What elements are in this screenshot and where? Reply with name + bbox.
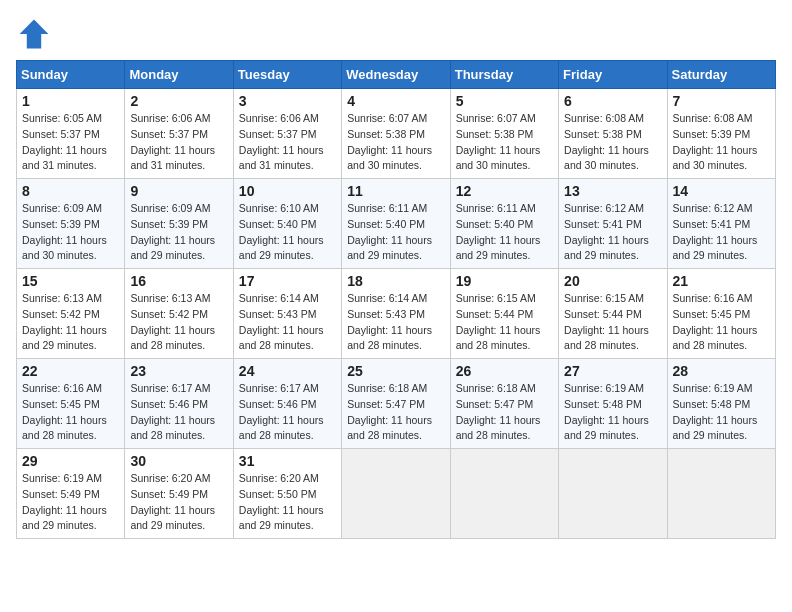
day-sunset: Sunset: 5:47 PM xyxy=(347,398,425,410)
day-sunset: Sunset: 5:41 PM xyxy=(673,218,751,230)
day-daylight: Daylight: 11 hours and 30 minutes. xyxy=(456,144,541,172)
calendar-cell: 24 Sunrise: 6:17 AM Sunset: 5:46 PM Dayl… xyxy=(233,359,341,449)
calendar-cell: 12 Sunrise: 6:11 AM Sunset: 5:40 PM Dayl… xyxy=(450,179,558,269)
calendar-cell: 20 Sunrise: 6:15 AM Sunset: 5:44 PM Dayl… xyxy=(559,269,667,359)
calendar-week-row: 22 Sunrise: 6:16 AM Sunset: 5:45 PM Dayl… xyxy=(17,359,776,449)
calendar-cell: 31 Sunrise: 6:20 AM Sunset: 5:50 PM Dayl… xyxy=(233,449,341,539)
calendar-cell: 19 Sunrise: 6:15 AM Sunset: 5:44 PM Dayl… xyxy=(450,269,558,359)
svg-marker-0 xyxy=(20,20,49,49)
day-daylight: Daylight: 11 hours and 28 minutes. xyxy=(456,414,541,442)
day-number: 8 xyxy=(22,183,119,199)
day-daylight: Daylight: 11 hours and 28 minutes. xyxy=(347,324,432,352)
page-header xyxy=(16,16,776,52)
day-sunset: Sunset: 5:38 PM xyxy=(564,128,642,140)
day-sunset: Sunset: 5:43 PM xyxy=(347,308,425,320)
day-number: 1 xyxy=(22,93,119,109)
calendar-table: SundayMondayTuesdayWednesdayThursdayFrid… xyxy=(16,60,776,539)
day-daylight: Daylight: 11 hours and 28 minutes. xyxy=(130,324,215,352)
calendar-cell: 6 Sunrise: 6:08 AM Sunset: 5:38 PM Dayli… xyxy=(559,89,667,179)
day-daylight: Daylight: 11 hours and 28 minutes. xyxy=(22,414,107,442)
day-sunset: Sunset: 5:45 PM xyxy=(673,308,751,320)
calendar-header-row: SundayMondayTuesdayWednesdayThursdayFrid… xyxy=(17,61,776,89)
weekday-header-saturday: Saturday xyxy=(667,61,775,89)
day-sunset: Sunset: 5:37 PM xyxy=(130,128,208,140)
day-number: 3 xyxy=(239,93,336,109)
day-daylight: Daylight: 11 hours and 30 minutes. xyxy=(347,144,432,172)
day-sunrise: Sunrise: 6:16 AM xyxy=(22,382,102,394)
day-sunset: Sunset: 5:49 PM xyxy=(22,488,100,500)
day-number: 23 xyxy=(130,363,227,379)
day-sunset: Sunset: 5:39 PM xyxy=(673,128,751,140)
day-daylight: Daylight: 11 hours and 29 minutes. xyxy=(130,504,215,532)
day-sunset: Sunset: 5:45 PM xyxy=(22,398,100,410)
calendar-cell: 27 Sunrise: 6:19 AM Sunset: 5:48 PM Dayl… xyxy=(559,359,667,449)
calendar-cell: 22 Sunrise: 6:16 AM Sunset: 5:45 PM Dayl… xyxy=(17,359,125,449)
day-daylight: Daylight: 11 hours and 30 minutes. xyxy=(564,144,649,172)
calendar-cell: 11 Sunrise: 6:11 AM Sunset: 5:40 PM Dayl… xyxy=(342,179,450,269)
calendar-cell: 9 Sunrise: 6:09 AM Sunset: 5:39 PM Dayli… xyxy=(125,179,233,269)
day-sunset: Sunset: 5:37 PM xyxy=(239,128,317,140)
day-sunrise: Sunrise: 6:11 AM xyxy=(456,202,536,214)
day-sunset: Sunset: 5:40 PM xyxy=(456,218,534,230)
calendar-cell: 15 Sunrise: 6:13 AM Sunset: 5:42 PM Dayl… xyxy=(17,269,125,359)
day-sunrise: Sunrise: 6:05 AM xyxy=(22,112,102,124)
day-sunset: Sunset: 5:43 PM xyxy=(239,308,317,320)
calendar-cell: 13 Sunrise: 6:12 AM Sunset: 5:41 PM Dayl… xyxy=(559,179,667,269)
day-sunrise: Sunrise: 6:13 AM xyxy=(22,292,102,304)
weekday-header-wednesday: Wednesday xyxy=(342,61,450,89)
day-number: 13 xyxy=(564,183,661,199)
day-number: 15 xyxy=(22,273,119,289)
day-sunset: Sunset: 5:44 PM xyxy=(564,308,642,320)
calendar-cell: 23 Sunrise: 6:17 AM Sunset: 5:46 PM Dayl… xyxy=(125,359,233,449)
day-daylight: Daylight: 11 hours and 28 minutes. xyxy=(673,324,758,352)
calendar-cell: 10 Sunrise: 6:10 AM Sunset: 5:40 PM Dayl… xyxy=(233,179,341,269)
day-sunrise: Sunrise: 6:12 AM xyxy=(673,202,753,214)
day-sunset: Sunset: 5:46 PM xyxy=(239,398,317,410)
day-number: 18 xyxy=(347,273,444,289)
calendar-cell: 2 Sunrise: 6:06 AM Sunset: 5:37 PM Dayli… xyxy=(125,89,233,179)
day-number: 29 xyxy=(22,453,119,469)
calendar-cell: 8 Sunrise: 6:09 AM Sunset: 5:39 PM Dayli… xyxy=(17,179,125,269)
day-number: 24 xyxy=(239,363,336,379)
day-sunrise: Sunrise: 6:06 AM xyxy=(130,112,210,124)
weekday-header-sunday: Sunday xyxy=(17,61,125,89)
day-sunrise: Sunrise: 6:18 AM xyxy=(347,382,427,394)
day-sunrise: Sunrise: 6:12 AM xyxy=(564,202,644,214)
day-daylight: Daylight: 11 hours and 30 minutes. xyxy=(673,144,758,172)
day-number: 10 xyxy=(239,183,336,199)
calendar-cell xyxy=(559,449,667,539)
day-sunrise: Sunrise: 6:19 AM xyxy=(564,382,644,394)
calendar-cell: 5 Sunrise: 6:07 AM Sunset: 5:38 PM Dayli… xyxy=(450,89,558,179)
day-daylight: Daylight: 11 hours and 31 minutes. xyxy=(22,144,107,172)
day-number: 22 xyxy=(22,363,119,379)
calendar-cell: 4 Sunrise: 6:07 AM Sunset: 5:38 PM Dayli… xyxy=(342,89,450,179)
calendar-cell xyxy=(667,449,775,539)
day-number: 25 xyxy=(347,363,444,379)
day-number: 2 xyxy=(130,93,227,109)
day-number: 12 xyxy=(456,183,553,199)
day-number: 9 xyxy=(130,183,227,199)
day-sunrise: Sunrise: 6:19 AM xyxy=(22,472,102,484)
day-sunset: Sunset: 5:50 PM xyxy=(239,488,317,500)
calendar-cell xyxy=(342,449,450,539)
day-number: 14 xyxy=(673,183,770,199)
day-number: 4 xyxy=(347,93,444,109)
calendar-cell: 18 Sunrise: 6:14 AM Sunset: 5:43 PM Dayl… xyxy=(342,269,450,359)
day-sunset: Sunset: 5:38 PM xyxy=(456,128,534,140)
calendar-cell: 21 Sunrise: 6:16 AM Sunset: 5:45 PM Dayl… xyxy=(667,269,775,359)
day-sunset: Sunset: 5:39 PM xyxy=(22,218,100,230)
day-sunset: Sunset: 5:44 PM xyxy=(456,308,534,320)
day-sunset: Sunset: 5:42 PM xyxy=(130,308,208,320)
day-number: 20 xyxy=(564,273,661,289)
day-sunrise: Sunrise: 6:07 AM xyxy=(347,112,427,124)
day-sunrise: Sunrise: 6:14 AM xyxy=(239,292,319,304)
day-sunrise: Sunrise: 6:11 AM xyxy=(347,202,427,214)
calendar-cell: 28 Sunrise: 6:19 AM Sunset: 5:48 PM Dayl… xyxy=(667,359,775,449)
day-sunrise: Sunrise: 6:08 AM xyxy=(673,112,753,124)
day-sunrise: Sunrise: 6:10 AM xyxy=(239,202,319,214)
day-sunset: Sunset: 5:47 PM xyxy=(456,398,534,410)
day-daylight: Daylight: 11 hours and 29 minutes. xyxy=(456,234,541,262)
day-daylight: Daylight: 11 hours and 31 minutes. xyxy=(239,144,324,172)
day-sunset: Sunset: 5:48 PM xyxy=(673,398,751,410)
calendar-week-row: 29 Sunrise: 6:19 AM Sunset: 5:49 PM Dayl… xyxy=(17,449,776,539)
